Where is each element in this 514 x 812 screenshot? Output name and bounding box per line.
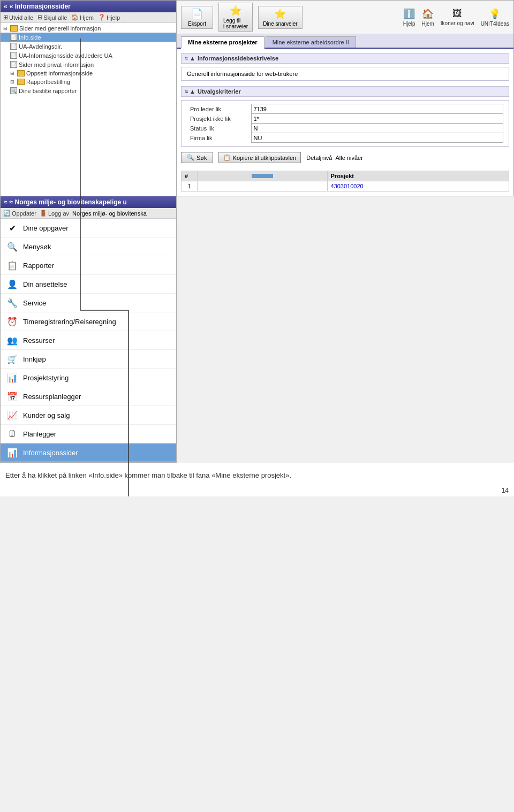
menu-item-label: Ressursplanlegger — [23, 393, 81, 401]
plus-icon: ⊞ — [3, 14, 8, 21]
menu-item-label: Informasjonssider — [23, 449, 78, 457]
tree-item-privat[interactable]: 📄 Sider med privat informasjon — [1, 60, 176, 69]
page-number: 14 — [0, 485, 514, 496]
search-btn-icon: 🔍 — [187, 154, 194, 161]
menu-item-service[interactable]: 🔧 Service — [1, 294, 176, 312]
export-label: Eksport — [188, 21, 206, 27]
criteria-value: N — [251, 124, 503, 133]
favorites-label: Dine snarveier — [263, 21, 297, 27]
minus-icon: ⊟ — [37, 14, 42, 21]
unit4-icon: 💡 — [489, 8, 501, 20]
export-button[interactable]: 📄 Eksport — [181, 6, 213, 29]
table-header-row: # Prosjekt — [182, 171, 509, 181]
right-toolbar: 📄 Eksport ⭐ Legg til i snarveier ⭐ Dine … — [177, 1, 513, 34]
menu-item-label: Menysøk — [23, 243, 51, 251]
org-text: Norges miljø- og biovitenska — [72, 210, 147, 217]
help-nav-button[interactable]: ℹ️ Hjelp — [403, 8, 415, 27]
org-label: Norges miljø- og biovitenska — [72, 210, 147, 217]
reports-icon: 📋 — [6, 259, 19, 272]
update-label: Oppdater — [12, 210, 36, 217]
home-btn[interactable]: 🏠 Hjem — [71, 14, 94, 21]
home-nav-button[interactable]: 🏠 Hjem — [421, 8, 434, 27]
update-btn[interactable]: 🔄 Oppdater — [3, 210, 36, 217]
home-nav-label: Hjem — [421, 21, 434, 27]
menu-item-schedule[interactable]: 🗓 Planlegger — [1, 425, 176, 443]
tree-item-label: Dine bestilte rapporter — [19, 88, 77, 94]
criteria-row-3: Status lik N — [187, 124, 503, 133]
criteria-value: 7139 — [251, 104, 503, 114]
col-num: # — [182, 171, 198, 181]
menu-item-reports[interactable]: 📋 Rapporter — [1, 256, 176, 275]
chevron-up-icon: ≈ ▲ — [185, 55, 195, 62]
favorites-icon: ⭐ — [274, 8, 286, 20]
expand-all-btn[interactable]: ⊞ Utvid alle — [3, 14, 33, 21]
tree-item-ua-avd[interactable]: 📄 UA-Avdelingsdir. — [1, 42, 176, 51]
menu-item-label: Service — [23, 299, 46, 307]
criteria-label: Firma lik — [187, 133, 251, 143]
col-project: Prosjekt — [327, 171, 509, 181]
menu-item-label: Dine oppgaver — [23, 224, 69, 232]
collapse-all-btn[interactable]: ⊟ Skjul alle — [37, 14, 67, 21]
bottom-row: ≈ ≈ Norges miljø- og biovitenskapelige u… — [0, 196, 514, 463]
icons-nav-label: Ikoner og navi — [441, 20, 474, 26]
right-nav-buttons: ℹ️ Hjelp 🏠 Hjem 🖼 Ikoner og navi 💡 UNIT4… — [403, 8, 509, 27]
menu-item-label: Planlegger — [23, 430, 56, 438]
menu-item-info[interactable]: 📊 Informasjonssider — [1, 443, 176, 462]
project-link[interactable]: 4303010020 — [331, 183, 364, 189]
menu-item-sales[interactable]: 📈 Kunder og salg — [1, 406, 176, 425]
employment-icon: 👤 — [6, 278, 19, 290]
menu-item-resource-planner[interactable]: 📅 Ressursplanlegger — [1, 387, 176, 406]
col-bar — [198, 171, 328, 181]
add-favorite-button[interactable]: ⭐ Legg til i snarveier — [218, 3, 253, 32]
criteria-section-title: Utvalgskriterier — [198, 88, 241, 95]
resources-icon: 👥 — [6, 334, 19, 347]
help-btn[interactable]: ❓ Hjelp — [98, 14, 120, 21]
menu-item-resources[interactable]: 👥 Ressurser — [1, 331, 176, 350]
tab-mine-eksterne[interactable]: Mine eksterne prosjekter — [181, 36, 264, 49]
help-icon: ❓ — [98, 14, 105, 21]
menu-item-purchase[interactable]: 🛒 Innkjøp — [1, 350, 176, 369]
tree-item-oppsett[interactable]: ⊞ Oppsett informasjonsside — [1, 69, 176, 78]
folder-icon — [10, 25, 18, 32]
bottom-toolbar: 🔄 Oppdater 🚪 Logg av Norges miljø- og bi… — [1, 208, 176, 219]
chevron-up-icon2: ≈ ▲ — [185, 88, 195, 95]
collapse-all-label: Skjul alle — [43, 14, 67, 21]
tree-item-label: Rapportbestilling — [26, 79, 70, 85]
tree-item-label: UA-Avdelingsdir. — [19, 43, 62, 50]
search-button[interactable]: 🔍 Søk — [181, 152, 213, 163]
folder-icon — [17, 79, 25, 85]
info-section-content: Generell informasjonsside for web-bruker… — [181, 67, 509, 81]
logout-btn[interactable]: 🚪 Logg av — [40, 210, 69, 217]
criteria-row-2: Prosjekt ikke lik 1* — [187, 114, 503, 124]
menu-item-time[interactable]: ⏰ Timeregistrering/Reiseregning — [1, 312, 176, 331]
criteria-label: Pro.leder lik — [187, 104, 251, 114]
criteria-section-content: Pro.leder lik 7139 Prosjekt ikke lik 1* … — [181, 100, 509, 147]
bottom-panel-title: ≈ Norges miljø- og biovitenskapelige u — [10, 198, 127, 206]
tree-item-infoside[interactable]: 📄 Info.side — [1, 33, 176, 42]
purchase-icon: 🛒 — [6, 353, 19, 365]
folder-icon — [17, 70, 25, 76]
info-icon: 📊 — [6, 446, 19, 459]
info-section-header: ≈ ▲ Informasjonssidebeskrivelse — [181, 53, 509, 64]
tab-mine-arbeidsordre[interactable]: Mine eksterne arbeidsordre II — [266, 36, 356, 48]
search-btn-label: Søk — [196, 155, 207, 161]
menu-item-tasks[interactable]: ✔ Dine oppgaver — [1, 219, 176, 238]
menu-item-search[interactable]: 🔍 Menysøk — [1, 238, 176, 256]
expand-icon: ⊟ — [3, 26, 9, 31]
menu-item-project[interactable]: 📊 Prosjektstyring — [1, 369, 176, 387]
tree-item-bestilte[interactable]: 🔍 Dine bestilte rapporter — [1, 86, 176, 95]
favorites-button[interactable]: ⭐ Dine snarveier — [258, 6, 302, 29]
logout-label: Logg av — [48, 210, 69, 217]
unit4ideas-button[interactable]: 💡 UNIT4Ideas — [481, 8, 509, 27]
content-area: ≈ ▲ Informasjonssidebeskrivelse Generell… — [177, 49, 513, 196]
menu-item-employment[interactable]: 👤 Din ansettelse — [1, 275, 176, 294]
tree-item-ua-info[interactable]: 📄 UA-Informasjonsside avd.ledere UA — [1, 51, 176, 60]
copy-button[interactable]: 📋 Kopiere til utklippstavlen — [218, 152, 301, 163]
star-icon: ⭐ — [230, 5, 241, 17]
tree-item-rapport[interactable]: ⊞ Rapportbestilling — [1, 78, 176, 86]
row-project[interactable]: 4303010020 — [327, 181, 509, 191]
icons-nav-button[interactable]: 🖼 Ikoner og navi — [441, 8, 474, 27]
row-bar — [198, 181, 328, 191]
menu-item-label: Ressurser — [23, 336, 55, 344]
copy-btn-label: Kopiere til utklippstavlen — [233, 155, 297, 161]
